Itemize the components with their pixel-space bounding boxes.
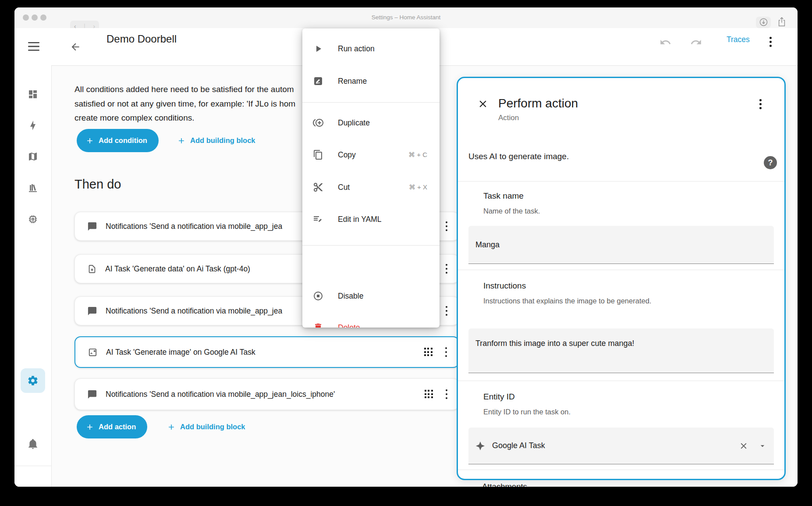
add-building-block-button[interactable]: Add building block — [177, 129, 255, 152]
sparkle-icon — [475, 441, 485, 451]
message-bubble-icon — [87, 221, 97, 232]
back-arrow-icon[interactable] — [70, 41, 81, 53]
divider — [458, 181, 784, 182]
delete-icon — [313, 322, 323, 328]
bookshelf-icon[interactable] — [28, 183, 38, 193]
rename-icon — [313, 76, 323, 86]
instructions-label: Instructions — [483, 281, 526, 291]
instructions-help: Instructions that explains the image to … — [483, 297, 651, 305]
share-icon[interactable] — [777, 17, 787, 27]
divider — [458, 270, 784, 270]
cut-icon — [313, 182, 323, 192]
sidebar — [14, 66, 52, 487]
play-icon — [313, 43, 323, 54]
menu-item-cut[interactable]: Cut ⌘ + X — [302, 175, 440, 200]
action-card-notification-3[interactable]: Notifications 'Send a notification via m… — [74, 378, 459, 410]
hamburger-menu-icon[interactable] — [28, 42, 39, 51]
card-kebab-icon[interactable] — [445, 347, 447, 357]
sidebar-item-settings[interactable] — [21, 368, 45, 393]
divider — [458, 381, 784, 381]
menu-item-duplicate[interactable]: Duplicate — [302, 110, 440, 135]
page-title: Demo Doorbell — [106, 33, 177, 45]
dialog-title: Perform action — [498, 96, 578, 110]
close-icon[interactable] — [477, 98, 489, 110]
card-kebab-icon[interactable] — [446, 264, 448, 274]
dialog-kebab-icon[interactable] — [759, 99, 762, 109]
menu-item-rename[interactable]: Rename — [302, 68, 440, 94]
settings-gear-icon — [27, 375, 39, 386]
image-plus-icon — [88, 347, 98, 357]
screen: { "colors": { "accent": "#1b9dd4", "acti… — [0, 0, 812, 506]
plus-icon — [85, 423, 94, 431]
instructions-textarea[interactable]: Tranform this image into a super cute ma… — [468, 328, 774, 373]
instructions-value: Tranform this image into a super cute ma… — [475, 339, 635, 348]
redo-icon[interactable] — [690, 36, 702, 48]
undo-icon[interactable] — [660, 36, 671, 48]
add-building-block-button-2[interactable]: Add building block — [167, 415, 245, 438]
dialog-description: Uses AI to generate image. — [468, 152, 569, 161]
add-condition-button[interactable]: Add condition — [77, 129, 159, 152]
menu-divider — [302, 245, 440, 246]
entity-id-value: Google AI Task — [492, 441, 545, 450]
lightning-bolt-icon[interactable] — [28, 120, 38, 131]
task-name-input[interactable]: Manga — [468, 226, 774, 264]
menu-item-copy[interactable]: Copy ⌘ + C — [302, 142, 440, 167]
dashboard-icon[interactable] — [28, 89, 38, 100]
menu-item-run-action[interactable]: Run action — [302, 36, 440, 61]
context-menu: Run action Rename Duplicate Copy ⌘ + C C… — [302, 29, 440, 328]
divider — [458, 470, 784, 470]
task-name-label: Task name — [483, 191, 524, 201]
yaml-icon — [313, 214, 323, 224]
disable-icon — [313, 291, 323, 301]
task-name-help: Name of the task. — [483, 207, 540, 215]
traces-link[interactable]: Traces — [727, 35, 750, 44]
attachments-label-partial: Attachments — [482, 482, 527, 487]
copy-icon — [313, 150, 323, 160]
plus-icon — [85, 136, 94, 145]
entity-id-label: Entity ID — [483, 392, 515, 402]
drag-handle-icon[interactable] — [424, 348, 433, 356]
perform-action-dialog: Perform action Action Uses AI to generat… — [457, 77, 786, 480]
message-bubble-icon — [87, 389, 97, 399]
map-icon[interactable] — [28, 151, 38, 162]
card-kebab-icon[interactable] — [446, 221, 448, 232]
duplicate-icon — [313, 118, 323, 128]
card-kebab-icon[interactable] — [446, 306, 448, 316]
action-card-ai-image-selected[interactable]: AI Task 'Generate image' on Google AI Ta… — [74, 336, 459, 368]
download-icon[interactable] — [759, 18, 768, 27]
menu-item-delete-partial[interactable]: Delete — [302, 315, 440, 328]
clear-icon[interactable] — [739, 441, 748, 451]
chevron-down-icon[interactable] — [758, 442, 767, 450]
plus-icon — [177, 136, 186, 145]
drag-handle-icon[interactable] — [425, 390, 433, 399]
file-plus-icon — [87, 264, 97, 274]
menu-item-edit-in-yaml[interactable]: Edit in YAML — [302, 207, 440, 232]
add-action-button[interactable]: Add action — [77, 415, 147, 438]
menu-item-disable[interactable]: Disable — [302, 283, 440, 309]
entity-id-picker[interactable]: Google AI Task — [468, 428, 774, 464]
bell-icon[interactable] — [27, 438, 39, 449]
then-do-heading: Then do — [74, 177, 121, 192]
sidebar-divider — [14, 466, 51, 466]
help-icon[interactable]: ? — [764, 156, 777, 169]
macos-window: ‹ | › Settings – Home Assistant Demo Doo… — [14, 7, 798, 487]
plus-icon — [167, 423, 176, 431]
header-kebab-icon[interactable] — [769, 37, 772, 47]
window-title: Settings – Home Assistant — [14, 14, 798, 21]
chip-icon[interactable] — [28, 214, 38, 224]
dialog-subtitle: Action — [498, 114, 519, 122]
task-name-value: Manga — [475, 240, 500, 249]
message-bubble-icon — [87, 306, 97, 316]
menu-divider — [302, 102, 440, 103]
titlebar: ‹ | › Settings – Home Assistant — [14, 7, 798, 29]
card-kebab-icon[interactable] — [446, 389, 448, 399]
entity-id-help: Entity ID to run the task on. — [483, 408, 571, 416]
